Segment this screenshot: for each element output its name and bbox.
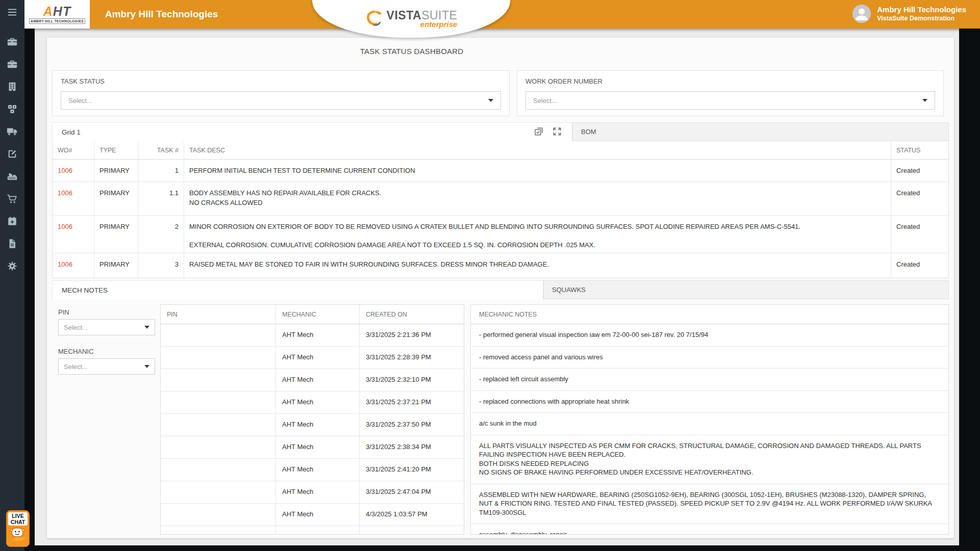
mechanic-cell: AHT Mech <box>276 324 360 346</box>
mech-note-row[interactable]: AHT Mech4/3/2025 1:03:57 PM <box>161 504 464 526</box>
col-pin[interactable]: PIN <box>161 305 276 324</box>
cubes-icon[interactable] <box>5 103 20 115</box>
col-task-desc[interactable]: TASK DESC <box>184 141 891 159</box>
type-cell: PRIMARY <box>94 182 138 215</box>
type-cell: PRIMARY <box>94 253 138 278</box>
mech-note-row[interactable]: AHT Mech3/31/2025 2:41:20 PM <box>161 459 464 481</box>
work-order-placeholder: Select... <box>533 97 922 104</box>
chevron-down-icon <box>488 99 493 102</box>
wo-link[interactable]: 1006 <box>58 189 72 197</box>
task-row: 1006PRIMARY2MINOR CORROSION ON EXTERIOR … <box>53 216 948 253</box>
mech-note-row[interactable]: AHT Mech3/31/2025 2:47:04 PM <box>161 481 464 504</box>
wo-link[interactable]: 1006 <box>58 223 72 230</box>
live-chat-button[interactable]: LIVE CHAT <box>6 510 30 547</box>
mech-note-row[interactable]: AHT Mech4/4/2025 12:34:25 PM <box>161 526 464 535</box>
created-on-cell: 3/31/2025 2:38:34 PM <box>360 436 464 458</box>
task-status-label: TASK STATUS <box>61 77 501 85</box>
edit-icon[interactable] <box>5 148 20 160</box>
grid-rows: 1006PRIMARY1PERFORM INITIAL BENCH TEST T… <box>53 160 948 278</box>
task-num-cell: 3 <box>138 253 184 278</box>
created-on-cell: 3/31/2025 2:37:50 PM <box>360 414 464 436</box>
chevron-down-icon <box>144 365 149 368</box>
cart-icon[interactable] <box>5 193 20 205</box>
task-status-placeholder: Select... <box>68 97 488 104</box>
mechanic-placeholder: Select... <box>64 363 144 371</box>
squawks-tab-label: SQUAWKS <box>552 286 586 294</box>
task-desc-paragraph: MINOR CORROSION ON EXTERIOR OF BODY TO B… <box>189 222 886 231</box>
pin-cell <box>161 459 276 481</box>
created-on-cell: 3/31/2025 2:37:21 PM <box>360 391 464 413</box>
mech-note-row[interactable]: AHT Mech3/31/2025 2:28:39 PM <box>161 347 464 369</box>
fullscreen-icon[interactable] <box>552 127 563 137</box>
wo-cell: 1006 <box>53 160 94 181</box>
task-num-cell: 2 <box>138 216 184 253</box>
pin-cell <box>161 391 276 413</box>
col-type[interactable]: TYPE <box>94 141 138 159</box>
task-row: 1006PRIMARY1PERFORM INITIAL BENCH TEST T… <box>53 160 948 182</box>
mechanic-label: MECHANIC <box>58 348 154 355</box>
gear-icon[interactable] <box>5 260 20 272</box>
pin-cell <box>161 414 276 436</box>
page-title: TASK STATUS DASHBOARD <box>360 47 464 56</box>
main-page: TASK STATUS DASHBOARD TASK STATUS Select… <box>35 29 959 545</box>
wo-cell: 1006 <box>53 253 94 278</box>
col-created-on[interactable]: CREATED ON <box>360 305 464 324</box>
created-on-cell: 3/31/2025 2:47:04 PM <box>360 481 464 503</box>
task-grid-header: WO# TYPE TASK # TASK DESC STATUS <box>53 141 948 160</box>
created-on-cell: 3/31/2025 2:21:36 PM <box>360 324 464 346</box>
pin-select[interactable]: Select... <box>58 319 155 335</box>
mech-note-row[interactable]: AHT Mech3/31/2025 2:21:36 PM <box>161 324 464 347</box>
mech-filter-panel: PIN Select... MECHANIC Select... <box>52 304 154 535</box>
col-mechanic[interactable]: MECHANIC <box>276 305 360 324</box>
tab-grid-1[interactable]: Grid 1 <box>52 122 572 141</box>
truck-icon[interactable] <box>5 125 20 138</box>
mech-note-row[interactable]: AHT Mech3/31/2025 2:32:10 PM <box>161 369 464 391</box>
pin-cell <box>161 504 276 526</box>
mech-note-row[interactable]: AHT Mech3/31/2025 2:37:21 PM <box>161 391 464 414</box>
mech-note-row[interactable]: AHT Mech3/31/2025 2:37:50 PM <box>161 414 464 436</box>
mechanic-note-text: - performed general visual inspection ia… <box>471 324 948 347</box>
wo-link[interactable]: 1006 <box>58 167 72 174</box>
mech-notes-tab-label: MECH NOTES <box>62 286 108 294</box>
tab-mech-notes[interactable]: MECH NOTES <box>52 280 543 299</box>
tab-bom[interactable]: BOM <box>572 122 949 141</box>
mechanic-select[interactable]: Select... <box>58 358 155 375</box>
col-wo[interactable]: WO# <box>53 141 94 159</box>
sidebar <box>0 0 24 551</box>
menu-icon[interactable] <box>0 0 24 24</box>
task-status-select[interactable]: Select... <box>61 91 501 110</box>
building-icon[interactable] <box>5 81 20 93</box>
mechanic-notes-header: MECHANIC NOTES <box>471 305 948 324</box>
task-status-filter-panel: TASK STATUS Select... <box>52 70 510 116</box>
status-cell: Created <box>891 160 948 181</box>
mechanic-cell: AHT Mech <box>276 414 360 436</box>
mechanic-note-text: - replaced left circuit assembly <box>471 369 948 391</box>
mechanic-cell: AHT Mech <box>276 347 360 369</box>
status-cell: Created <box>891 216 948 253</box>
live-chat-line2: CHAT <box>8 519 28 526</box>
tab-squawks[interactable]: SQUAWKS <box>543 280 949 299</box>
task-desc-paragraph: BODY ASSEMBLY HAS NO REPAIR AVAILABLE FO… <box>189 188 886 207</box>
mechanic-note-text: ALL PARTS VISUALLY INSPECTED AS PER CMM … <box>471 435 948 484</box>
avatar[interactable] <box>852 5 871 23</box>
wo-cell: 1006 <box>53 182 94 215</box>
col-status[interactable]: STATUS <box>891 141 948 159</box>
cash-register-icon[interactable] <box>5 170 20 182</box>
work-order-select[interactable]: Select... <box>525 91 935 110</box>
briefcase-icon[interactable] <box>5 58 20 70</box>
calendar-plus-icon[interactable] <box>5 215 20 227</box>
multi-select-icon[interactable] <box>534 127 544 137</box>
toolbox-icon[interactable] <box>5 36 20 48</box>
created-on-cell: 3/31/2025 2:32:10 PM <box>360 369 464 391</box>
mechanic-cell: AHT Mech <box>276 504 360 526</box>
user-menu[interactable]: Ambry Hill Technologies VistaSuite Demon… <box>852 5 966 23</box>
file-icon[interactable] <box>5 238 20 250</box>
brand-name: VISTASUITE <box>387 10 458 21</box>
wo-link[interactable]: 1006 <box>58 260 72 268</box>
mech-note-row[interactable]: AHT Mech3/31/2025 2:38:34 PM <box>161 436 464 459</box>
work-order-label: WORK ORDER NUMBER <box>525 77 935 85</box>
created-on-cell: 3/31/2025 2:41:20 PM <box>360 459 464 481</box>
col-task-num[interactable]: TASK # <box>138 141 184 159</box>
task-desc-paragraph: EXTERNAL CORROSION. CUMULATIVE CORROSION… <box>189 240 886 250</box>
work-order-filter-panel: WORK ORDER NUMBER Select... <box>517 70 944 116</box>
